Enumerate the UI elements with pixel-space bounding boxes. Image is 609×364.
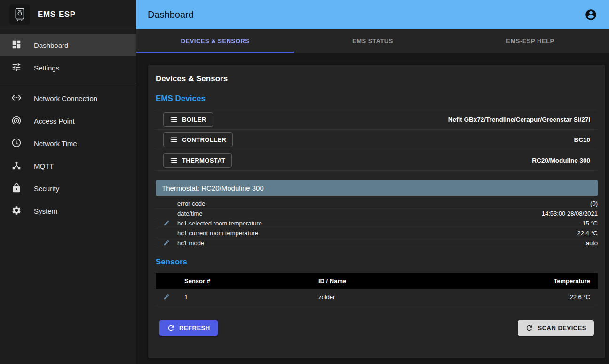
- list-icon: [170, 156, 178, 164]
- tune-icon: [11, 62, 22, 74]
- topbar: Dashboard: [136, 0, 609, 29]
- sidebar-divider: [0, 83, 136, 83]
- edit-icon[interactable]: [156, 220, 177, 226]
- thermostat-button[interactable]: THERMOSTAT: [163, 153, 232, 168]
- sensors-table: Sensor # ID / Name Temperature 1 zolder …: [156, 273, 598, 305]
- wifi-tethering-icon: [11, 115, 22, 127]
- ems-devices-heading: EMS Devices: [156, 94, 598, 103]
- sensor-temperature: 22.6 °C: [513, 294, 598, 301]
- card-title: Devices & Sensors: [156, 74, 598, 84]
- col-id-name: ID / Name: [316, 278, 513, 285]
- sensor-row: 1 zolder 22.6 °C: [156, 289, 598, 305]
- sensors-heading: Sensors: [156, 257, 598, 267]
- sidebar-item-label: Network Connection: [34, 94, 97, 102]
- ems-devices-list: BOILER Nefit GBx72/Trendline/Cerapur/Gre…: [156, 109, 598, 171]
- sidebar: EMS-ESP Dashboard Settings Network Conne…: [0, 0, 136, 364]
- tab-ems-esp-help[interactable]: EMS-ESP HELP: [451, 29, 609, 53]
- sidebar-item-label: System: [34, 207, 57, 215]
- detail-row-hc1-current-temp: hc1 current room temperature 22.4 °C: [156, 228, 598, 238]
- col-sensor-num: Sensor #: [177, 278, 316, 285]
- detail-row-hc1-selected-temp: hc1 selected room temperature 15 °C: [156, 218, 598, 228]
- device-detail-header: Thermostat: RC20/Moduline 300: [156, 180, 598, 196]
- device-row-thermostat: THERMOSTAT RC20/Moduline 300: [156, 150, 598, 171]
- col-temperature: Temperature: [513, 278, 598, 285]
- device-name: RC20/Moduline 300: [532, 157, 590, 164]
- sidebar-item-dashboard[interactable]: Dashboard: [0, 34, 136, 56]
- detail-row-error-code: error code (0): [156, 199, 598, 209]
- tab-ems-status[interactable]: EMS STATUS: [294, 29, 451, 53]
- sidebar-item-label: Settings: [34, 64, 59, 72]
- sidebar-item-security[interactable]: Security: [0, 177, 136, 200]
- list-icon: [170, 136, 178, 144]
- detail-row-hc1-mode: hc1 mode auto: [156, 238, 598, 248]
- device-row-controller: CONTROLLER BC10: [156, 130, 598, 150]
- dashboard-icon: [11, 39, 22, 51]
- app-root: EMS-ESP Dashboard Settings Network Conne…: [0, 0, 609, 364]
- device-row-boiler: BOILER Nefit GBx72/Trendline/Cerapur/Gre…: [156, 109, 598, 130]
- edit-icon[interactable]: [156, 294, 177, 300]
- sidebar-item-system[interactable]: System: [0, 200, 136, 222]
- ethernet-icon: [11, 93, 22, 104]
- sidebar-item-network-time[interactable]: Network Time: [0, 132, 136, 155]
- device-hub-icon: [11, 160, 22, 172]
- sidebar-item-label: Dashboard: [34, 41, 68, 49]
- edit-icon[interactable]: [156, 240, 177, 246]
- sidebar-item-label: Network Time: [34, 139, 77, 147]
- device-name: Nefit GBx72/Trendline/Cerapur/Greenstar …: [448, 116, 590, 123]
- sidebar-item-access-point[interactable]: Access Point: [0, 109, 136, 132]
- sidebar-item-label: MQTT: [34, 162, 54, 170]
- sidebar-item-label: Security: [34, 185, 59, 193]
- refresh-icon: [167, 324, 175, 332]
- tab-bar: DEVICES & SENSORS EMS STATUS EMS-ESP HEL…: [136, 29, 609, 53]
- boiler-button[interactable]: BOILER: [163, 112, 213, 127]
- detail-row-date-time: date/time 14:53:00 28/08/2021: [156, 209, 598, 218]
- controller-button[interactable]: CONTROLLER: [163, 132, 233, 147]
- sidebar-item-label: Access Point: [34, 117, 75, 125]
- main-area: Dashboard DEVICES & SENSORS EMS STATUS E…: [136, 0, 609, 364]
- sidebar-item-settings[interactable]: Settings: [0, 56, 136, 79]
- card-actions: REFRESH SCAN DEVICES: [156, 320, 598, 336]
- scan-devices-button[interactable]: SCAN DEVICES: [518, 320, 594, 336]
- device-name: BC10: [574, 136, 590, 143]
- tab-devices-sensors[interactable]: DEVICES & SENSORS: [136, 29, 294, 53]
- sidebar-item-mqtt[interactable]: MQTT: [0, 155, 136, 177]
- gear-icon: [11, 205, 22, 217]
- refresh-button[interactable]: REFRESH: [159, 320, 218, 336]
- app-title: EMS-ESP: [38, 10, 76, 19]
- clock-icon: [11, 138, 22, 149]
- content-area: Devices & Sensors EMS Devices BOILER Nef…: [136, 53, 609, 364]
- devices-sensors-card: Devices & Sensors EMS Devices BOILER Nef…: [148, 65, 605, 358]
- refresh-icon: [525, 324, 533, 332]
- device-detail-rows: error code (0) date/time 14:53:00 28/08/…: [156, 199, 598, 248]
- sensor-number: 1: [177, 294, 316, 301]
- list-icon: [170, 116, 178, 124]
- page-title: Dashboard: [148, 9, 194, 20]
- sidebar-header: EMS-ESP: [0, 0, 136, 29]
- app-logo-icon: [9, 4, 30, 25]
- sensors-table-header: Sensor # ID / Name Temperature: [156, 273, 598, 289]
- lock-icon: [11, 183, 22, 194]
- sidebar-nav: Dashboard Settings Network Connection Ac…: [0, 29, 136, 222]
- sensor-id-name: zolder: [316, 294, 513, 301]
- sidebar-item-network-connection[interactable]: Network Connection: [0, 87, 136, 109]
- account-circle-icon[interactable]: [584, 8, 598, 22]
